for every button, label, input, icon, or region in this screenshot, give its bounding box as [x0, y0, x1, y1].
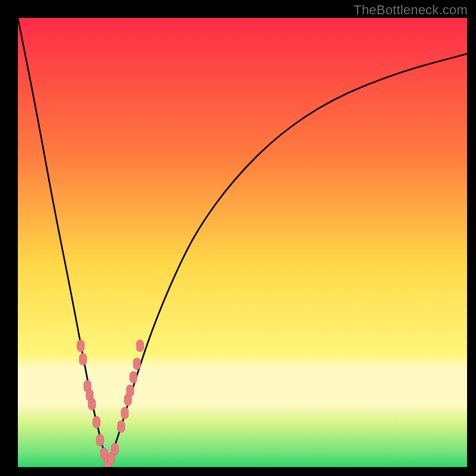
plot-area	[18, 18, 467, 467]
curve-marker	[121, 408, 129, 419]
curve-marker	[130, 371, 137, 383]
marker-group	[77, 340, 144, 467]
curve-marker	[136, 340, 143, 352]
curve-layer	[18, 18, 467, 467]
curve-marker	[111, 443, 118, 455]
curve-marker	[118, 421, 125, 433]
curve-marker	[79, 353, 86, 365]
watermark-text: TheBottleneck.com	[353, 2, 468, 18]
curve-marker	[89, 398, 96, 410]
curve-marker	[133, 358, 140, 370]
curve-marker	[127, 385, 134, 397]
bottleneck-curve	[18, 18, 467, 464]
chart-frame: TheBottleneck.com	[0, 0, 476, 476]
curve-marker	[93, 416, 100, 428]
curve-marker	[77, 340, 84, 352]
curve-marker	[96, 434, 104, 446]
